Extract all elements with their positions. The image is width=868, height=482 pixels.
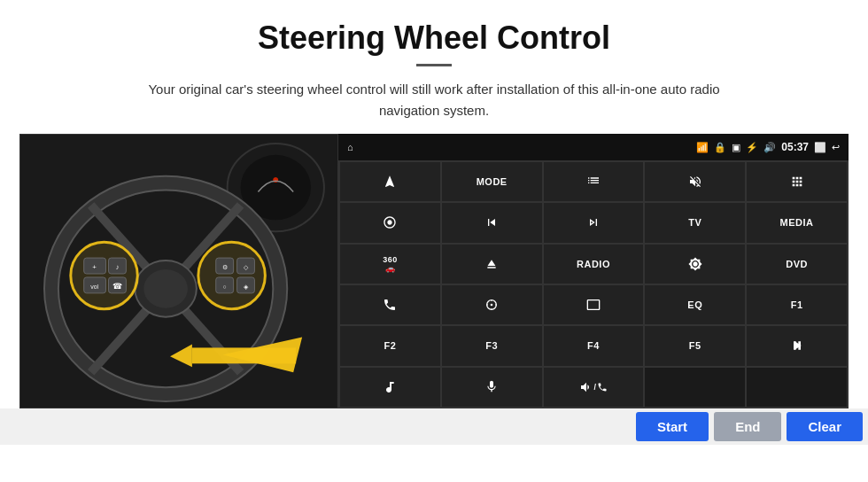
status-bar-right: 📶 🔒 ▣ ⚡ 🔊 05:37 ⬜ ↩	[696, 141, 840, 153]
svg-point-23	[198, 242, 266, 309]
status-bar: ⌂ 📶 🔒 ▣ ⚡ 🔊 05:37 ⬜ ↩	[338, 134, 849, 160]
list-btn[interactable]	[544, 162, 644, 201]
bluetooth-icon: ⚡	[746, 142, 758, 153]
clear-button[interactable]: Clear	[787, 412, 863, 441]
f5-btn[interactable]: F5	[645, 326, 745, 365]
lock-icon: 🔒	[714, 142, 726, 153]
svg-text:☎: ☎	[112, 282, 122, 291]
media-btn[interactable]: MEDIA	[747, 203, 847, 242]
svg-text:○: ○	[223, 284, 227, 290]
steering-wheel-image: ●	[19, 134, 338, 408]
svg-text:♪: ♪	[115, 263, 119, 271]
aspect-btn[interactable]	[544, 285, 644, 324]
playpause-btn[interactable]	[747, 326, 847, 365]
360cam-btn[interactable]: 360🚗	[340, 245, 440, 284]
svg-text:⚙: ⚙	[222, 264, 228, 270]
subtitle: Your original car's steering wheel contr…	[124, 79, 744, 121]
volphone-btn[interactable]: /	[544, 368, 644, 407]
apps-btn[interactable]	[747, 162, 847, 201]
wifi-icon: 📶	[696, 142, 709, 153]
title-divider	[416, 64, 452, 66]
eject-btn[interactable]	[442, 245, 542, 284]
sim-icon: ▣	[732, 142, 740, 153]
brightness-btn[interactable]	[645, 245, 745, 284]
navi-btn[interactable]	[442, 285, 542, 324]
mute-btn[interactable]	[645, 162, 745, 201]
svg-text:+: +	[92, 263, 97, 271]
button-grid: MODE TV	[338, 160, 849, 408]
navigate-btn[interactable]	[340, 162, 440, 201]
tv-btn[interactable]: TV	[645, 203, 745, 242]
music-btn[interactable]	[340, 368, 440, 407]
dvd-btn[interactable]: DVD	[747, 245, 847, 284]
f4-btn[interactable]: F4	[544, 326, 644, 365]
svg-point-11	[143, 269, 188, 308]
end-button[interactable]: End	[714, 412, 781, 441]
screen-icon: ⬜	[814, 142, 826, 153]
volume-icon: 🔊	[763, 142, 776, 153]
settings-btn[interactable]	[340, 203, 440, 242]
f2-btn[interactable]: F2	[340, 326, 440, 365]
f1-btn[interactable]: F1	[747, 285, 847, 324]
f3-btn[interactable]: F3	[442, 326, 542, 365]
radio-btn[interactable]: RADIO	[544, 245, 644, 284]
empty-cell-2	[747, 368, 847, 407]
page-container: Steering Wheel Control Your original car…	[0, 0, 868, 445]
empty-cell-1	[645, 368, 745, 407]
svg-text:●: ●	[272, 172, 279, 186]
svg-text:vol: vol	[90, 284, 98, 290]
home-icon: ⌂	[347, 142, 353, 152]
mode-btn[interactable]: MODE	[442, 162, 542, 201]
svg-point-36	[491, 304, 493, 307]
start-button[interactable]: Start	[636, 412, 709, 441]
svg-point-13	[71, 242, 138, 309]
status-bar-left: ⌂	[347, 142, 353, 152]
time-display: 05:37	[781, 141, 809, 153]
svg-rect-33	[192, 347, 296, 363]
phone-btn[interactable]	[340, 285, 440, 324]
control-panel: ⌂ 📶 🔒 ▣ ⚡ 🔊 05:37 ⬜ ↩	[338, 134, 849, 408]
mic-btn[interactable]	[442, 368, 542, 407]
eq-btn[interactable]: EQ	[645, 285, 745, 324]
bottom-buttons-bar: Start End Clear	[0, 408, 868, 445]
page-title: Steering Wheel Control	[53, 19, 815, 57]
back-icon: ↩	[832, 142, 840, 153]
next-btn[interactable]	[544, 203, 644, 242]
prev-btn[interactable]	[442, 203, 542, 242]
header-section: Steering Wheel Control Your original car…	[0, 0, 868, 134]
content-area: ●	[0, 134, 868, 408]
